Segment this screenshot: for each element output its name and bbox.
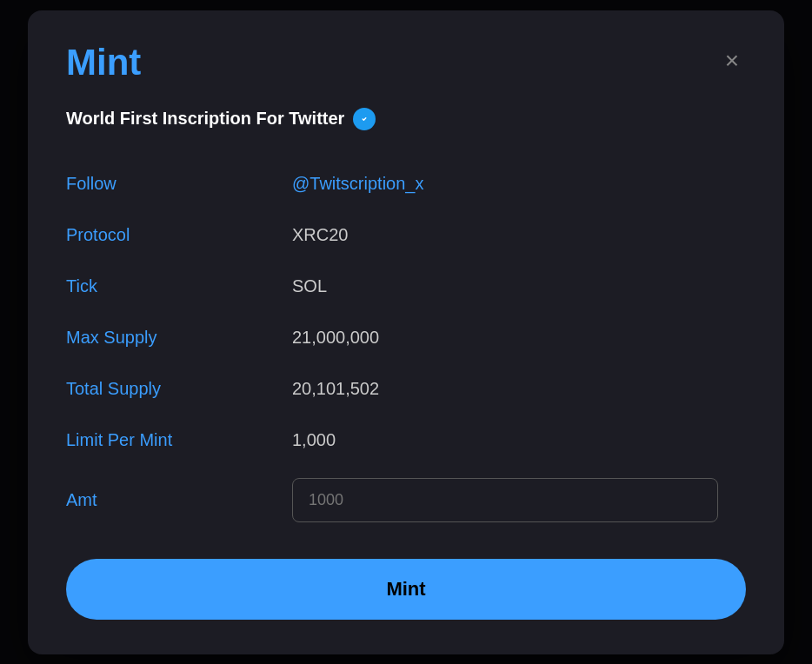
protocol-value: XRC20 <box>292 225 348 245</box>
total-supply-row: Total Supply 20,101,502 <box>66 363 746 415</box>
subtitle-row: World First Inscription For Twitter <box>66 108 746 130</box>
amt-row: Amt <box>66 466 746 535</box>
limit-value: 1,000 <box>292 430 336 450</box>
protocol-label: Protocol <box>66 225 292 245</box>
mint-modal: Mint × World First Inscription For Twitt… <box>28 10 784 654</box>
amt-label: Amt <box>66 490 292 510</box>
mint-button[interactable]: Mint <box>66 559 746 620</box>
follow-label: Follow <box>66 174 292 194</box>
follow-row: Follow @Twitscription_x <box>66 158 746 209</box>
follow-link[interactable]: @Twitscription_x <box>292 174 423 194</box>
subtitle-text: World First Inscription For Twitter <box>66 109 344 129</box>
limit-label: Limit Per Mint <box>66 430 292 450</box>
tick-label: Tick <box>66 276 292 296</box>
limit-row: Limit Per Mint 1,000 <box>66 415 746 466</box>
max-supply-value: 21,000,000 <box>292 328 379 348</box>
max-supply-label: Max Supply <box>66 328 292 348</box>
tick-value: SOL <box>292 276 327 296</box>
info-grid: Follow @Twitscription_x Protocol XRC20 T… <box>66 158 746 535</box>
max-supply-row: Max Supply 21,000,000 <box>66 312 746 363</box>
modal-title: Mint <box>66 42 141 83</box>
protocol-row: Protocol XRC20 <box>66 209 746 261</box>
verified-icon <box>353 108 376 130</box>
total-supply-label: Total Supply <box>66 379 292 399</box>
amt-input[interactable] <box>292 478 718 522</box>
total-supply-value: 20,101,502 <box>292 379 379 399</box>
modal-header: Mint × <box>66 42 746 83</box>
close-button[interactable]: × <box>718 45 746 76</box>
tick-row: Tick SOL <box>66 261 746 312</box>
